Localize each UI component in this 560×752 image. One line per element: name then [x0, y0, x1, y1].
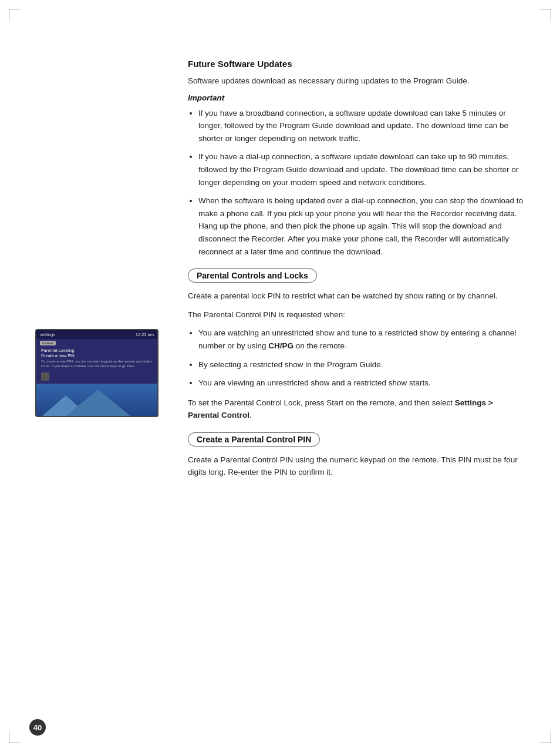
tv-mountain-2	[66, 390, 130, 416]
corner-mark-bl	[9, 731, 21, 743]
tv-cancel-btn: Cancel	[40, 341, 56, 345]
tv-landscape	[36, 384, 157, 416]
parental-controls-heading: Parental Controls and Locks	[188, 268, 317, 283]
ch-pg-label: CH/PG	[268, 341, 294, 350]
future-software-intro: Software updates download as necessary d…	[188, 75, 525, 88]
pin-requested-label: The Parental Control PIN is requested wh…	[188, 308, 525, 321]
settings-text-pre: To set the Parental Control Lock, press …	[188, 398, 455, 407]
tv-screen-area: settings 12:23 am Cancel Parental Lockin…	[35, 329, 170, 417]
tv-screen-title: settings	[40, 332, 55, 337]
tv-pin-input	[41, 372, 49, 381]
page-container: 40 settings 12:23 am Cancel Parental Loc…	[0, 0, 560, 752]
future-software-bullets: If you have a broadband connection, a so…	[198, 107, 525, 258]
parental-controls-bullets: You are watching an unrestricted show an…	[198, 327, 525, 389]
parental-controls-section: Parental Controls and Locks Create a par…	[188, 268, 525, 422]
tv-screen-mockup: settings 12:23 am Cancel Parental Lockin…	[35, 329, 158, 417]
tv-body-text: To create a new PIN, use the numeric key…	[41, 359, 153, 369]
pc-bullet-3: You are viewing an unrestricted show and…	[198, 377, 525, 390]
tv-header: settings 12:23 am	[36, 330, 157, 339]
corner-mark-br	[539, 731, 551, 743]
corner-mark-tr	[539, 9, 551, 21]
create-pin-section: Create a Parental Control PIN Create a P…	[188, 432, 525, 479]
bullet-1: If you have a broadband connection, a so…	[198, 107, 525, 145]
settings-text-post: .	[249, 411, 252, 419]
bullet-2: If you have a dial-up connection, a soft…	[198, 150, 525, 189]
bullet-3: When the software is being updated over …	[198, 194, 525, 258]
parental-controls-intro: Create a parental lock PIN to restrict w…	[188, 290, 525, 303]
future-software-updates-section: Future Software Updates Software updates…	[188, 59, 525, 258]
tv-section-title: Parental Locking	[41, 348, 153, 352]
tv-subtitle: Create a new PIN	[41, 354, 153, 358]
pc-bullet-2: By selecting a restricted show in the Pr…	[198, 358, 525, 371]
create-pin-heading: Create a Parental Control PIN	[188, 432, 320, 446]
pc-bullet-1: You are watching an unrestricted show an…	[198, 327, 525, 352]
tv-content: Parental Locking Create a new PIN To cre…	[36, 345, 157, 384]
important-label: Important	[188, 93, 525, 102]
tv-screen-time: 12:23 am	[136, 332, 154, 337]
content-area: Future Software Updates Software updates…	[188, 59, 525, 479]
future-software-heading: Future Software Updates	[188, 59, 525, 69]
create-pin-body: Create a Parental Control PIN using the …	[188, 454, 525, 479]
settings-text: To set the Parental Control Lock, press …	[188, 397, 525, 422]
page-number: 40	[29, 719, 46, 736]
corner-mark-tl	[9, 9, 21, 21]
